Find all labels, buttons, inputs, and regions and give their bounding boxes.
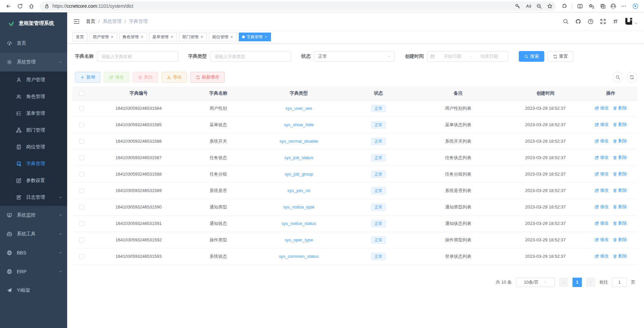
- dict-type-link[interactable]: sys_job_group: [285, 172, 313, 177]
- sidebar-item-param-settings[interactable]: 参数设置: [0, 172, 67, 189]
- breadcrumb-item[interactable]: 首页: [86, 18, 95, 25]
- sidebar-item-bbs[interactable]: BBS: [0, 243, 67, 262]
- tab-role-admin[interactable]: 角色管理: [119, 33, 147, 41]
- header-search-icon[interactable]: [562, 18, 569, 25]
- browser-home-icon[interactable]: [26, 1, 36, 11]
- tab-dict-admin[interactable]: 字典管理: [239, 33, 271, 41]
- bing-icon[interactable]: [630, 1, 641, 11]
- dict-type-link[interactable]: sys_notice_type: [283, 204, 314, 209]
- search-button[interactable]: 搜索: [519, 51, 544, 62]
- row-checkbox[interactable]: [79, 123, 84, 127]
- sidebar-item-dept-admin[interactable]: 部门管理: [0, 122, 67, 139]
- tab-user-admin[interactable]: 用户管理: [89, 33, 117, 41]
- sidebar-item-post-admin[interactable]: 岗位管理: [0, 139, 67, 155]
- dict-type-link[interactable]: sys_job_status: [284, 155, 313, 160]
- browser-back-icon[interactable]: [3, 1, 13, 11]
- url-text[interactable]: https://ccnetcore.com:1101/system/dict: [52, 3, 511, 9]
- close-icon[interactable]: [110, 35, 114, 39]
- tab-dept-admin[interactable]: 部门管理: [179, 33, 207, 41]
- sidebar-item-system-tools[interactable]: 系统工具: [0, 225, 67, 243]
- row-checkbox[interactable]: [79, 254, 84, 259]
- close-icon[interactable]: [140, 35, 144, 39]
- row-checkbox[interactable]: [79, 221, 84, 226]
- row-checkbox[interactable]: [79, 106, 84, 111]
- sidebar-item-yi-framework[interactable]: Yi框架: [0, 281, 67, 300]
- dict-type-link[interactable]: sys_user_sex: [285, 106, 312, 111]
- row-delete-link[interactable]: 删除: [613, 138, 627, 144]
- favorites-icon[interactable]: [586, 1, 596, 11]
- row-edit-link[interactable]: 修改: [595, 220, 609, 226]
- help-icon[interactable]: [587, 18, 594, 25]
- row-edit-link[interactable]: 修改: [595, 253, 609, 259]
- sidebar-item-log-admin[interactable]: 日志管理: [0, 189, 67, 206]
- row-delete-link[interactable]: 删除: [613, 220, 627, 226]
- extensions-icon[interactable]: [559, 1, 569, 11]
- edit-button[interactable]: 修改: [104, 72, 129, 83]
- dict-type-link[interactable]: sys_show_hide: [284, 122, 314, 127]
- split-screen-icon[interactable]: [575, 1, 585, 11]
- sidebar-toggle-icon[interactable]: [73, 18, 81, 25]
- dict-type-link[interactable]: sys_yes_no: [287, 188, 311, 193]
- date-range-picker[interactable]: 开始日期 - 结束日期: [427, 51, 508, 62]
- page-size-select[interactable]: 10条/页: [516, 278, 555, 287]
- collections-icon[interactable]: [598, 1, 608, 11]
- close-icon[interactable]: [200, 35, 203, 39]
- dict-name-input[interactable]: [97, 51, 178, 62]
- sidebar-item-role-admin[interactable]: 角色管理: [0, 88, 67, 105]
- tab-home[interactable]: 首页: [73, 33, 87, 41]
- row-delete-link[interactable]: 删除: [613, 187, 627, 193]
- lock-icon[interactable]: [44, 2, 50, 10]
- refresh-cache-button[interactable]: 刷新缓存: [190, 72, 225, 83]
- sidebar-item-erp[interactable]: ERP: [0, 262, 67, 281]
- row-edit-link[interactable]: 修改: [595, 171, 609, 177]
- sidebar-item-system-monitor[interactable]: 系统监控: [0, 206, 67, 225]
- row-checkbox[interactable]: [79, 205, 84, 209]
- goto-page-input[interactable]: [612, 278, 627, 287]
- sidebar-item-menu-admin[interactable]: 菜单管理: [0, 105, 67, 122]
- zoom-out-icon[interactable]: [535, 2, 543, 10]
- prev-page-button[interactable]: [559, 278, 568, 287]
- profile-avatar[interactable]: [609, 2, 617, 10]
- row-delete-link[interactable]: 删除: [613, 105, 627, 111]
- row-edit-link[interactable]: 修改: [595, 154, 609, 160]
- page-number-1[interactable]: 1: [572, 278, 582, 287]
- date-start-placeholder[interactable]: 开始日期: [437, 53, 468, 59]
- dict-type-input[interactable]: [210, 51, 291, 62]
- row-checkbox[interactable]: [79, 139, 84, 144]
- add-button[interactable]: 新增: [75, 72, 100, 83]
- status-select[interactable]: 正常: [314, 51, 395, 62]
- tab-menu-admin[interactable]: 菜单管理: [149, 33, 177, 41]
- row-edit-link[interactable]: 修改: [595, 204, 609, 210]
- favorite-add-icon[interactable]: [546, 2, 554, 10]
- dict-type-link[interactable]: sys_notice_status: [281, 221, 316, 226]
- row-delete-link[interactable]: 删除: [613, 253, 627, 259]
- address-bar[interactable]: https://ccnetcore.com:1101/system/dict: [40, 1, 556, 11]
- row-edit-link[interactable]: 修改: [595, 187, 609, 193]
- row-checkbox[interactable]: [79, 155, 84, 160]
- sidebar-item-system-admin[interactable]: 系统管理: [0, 53, 67, 72]
- row-edit-link[interactable]: 修改: [595, 122, 609, 128]
- delete-button[interactable]: 删除: [133, 72, 158, 83]
- close-icon[interactable]: [170, 35, 174, 39]
- sidebar-item-dict-admin[interactable]: 字典管理: [0, 155, 67, 172]
- row-edit-link[interactable]: 修改: [595, 105, 609, 111]
- tab-post-admin[interactable]: 岗位管理: [209, 33, 237, 41]
- date-end-placeholder[interactable]: 结束日期: [474, 53, 505, 59]
- password-icon[interactable]: [513, 2, 521, 10]
- next-page-button[interactable]: [586, 278, 595, 287]
- select-all-checkbox[interactable]: [79, 91, 84, 96]
- user-logo[interactable]: [625, 17, 638, 26]
- github-icon[interactable]: [575, 18, 582, 25]
- font-size-icon[interactable]: tT: [612, 18, 619, 25]
- row-checkbox[interactable]: [79, 172, 84, 177]
- row-delete-link[interactable]: 删除: [613, 154, 627, 160]
- row-delete-link[interactable]: 删除: [613, 122, 627, 128]
- reset-button[interactable]: 重置: [548, 51, 573, 62]
- dict-type-link[interactable]: sys_normal_disable: [279, 139, 318, 144]
- row-delete-link[interactable]: 删除: [613, 237, 627, 243]
- close-icon[interactable]: [264, 35, 268, 39]
- row-delete-link[interactable]: 删除: [613, 204, 627, 210]
- export-button[interactable]: 导出: [162, 72, 187, 83]
- row-edit-link[interactable]: 修改: [595, 237, 609, 243]
- row-edit-link[interactable]: 修改: [595, 138, 609, 144]
